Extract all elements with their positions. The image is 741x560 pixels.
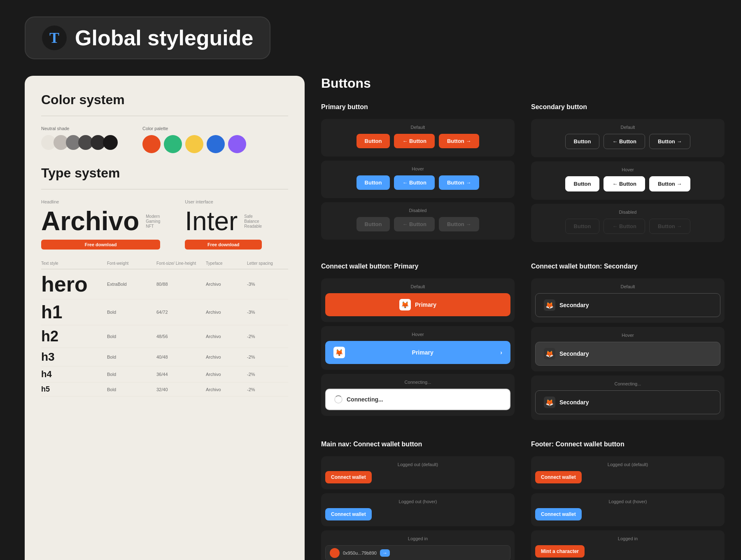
primary-disabled-btn-plain[interactable]: Button xyxy=(357,217,390,231)
primary-default-row: Button ← Button Button → xyxy=(325,134,510,148)
cw-secondary-hover-label-text: Secondary xyxy=(559,350,589,357)
primary-hover-btn-plain[interactable]: Button xyxy=(357,175,390,190)
main-nav-logged-in-label: Logged in xyxy=(325,536,510,541)
primary-disabled-row: Button ← Button Button → xyxy=(325,217,510,231)
primary-disabled-label: Disabled xyxy=(325,208,510,213)
color-system-section: Color system Neutral shade Color palett xyxy=(41,92,288,153)
footer-connect-hover-button[interactable]: Connect wallet xyxy=(535,508,582,520)
primary-hover-btn-arrow-right[interactable]: Button → xyxy=(439,175,479,190)
cw-primary-connecting-button[interactable]: Connecting... xyxy=(325,389,510,410)
h5-weight: Bold xyxy=(107,387,156,392)
archivo-download-button[interactable]: Free download xyxy=(41,240,160,250)
palette-swatch-purple xyxy=(228,135,246,153)
secondary-disabled-label: Disabled xyxy=(535,210,720,215)
neutral-swatch-6 xyxy=(103,135,118,150)
cw-primary-hover-label-text: Primary xyxy=(412,349,433,356)
header: T Global styleguide xyxy=(0,0,741,68)
connecting-spinner xyxy=(334,395,343,404)
cw-secondary-hover-block: Hover 🦊 Secondary xyxy=(531,327,725,371)
primary-btn-plain[interactable]: Button xyxy=(357,134,390,148)
secondary-btn-arrow-left[interactable]: ← Button xyxy=(604,134,645,149)
secondary-disabled-btn-arrow-left[interactable]: ← Button xyxy=(604,219,645,234)
h5-label: h5 xyxy=(41,385,107,394)
main-nav-hover-label: Logged out (hover) xyxy=(325,499,510,504)
secondary-default-label: Default xyxy=(535,125,720,130)
secondary-default-block: Default Button ← Button Button → xyxy=(531,119,725,157)
secondary-disabled-row: Button ← Button Button → xyxy=(535,219,720,234)
h2-label: h2 xyxy=(41,328,107,345)
h2-typeface: Archivo xyxy=(206,334,247,339)
archivo-tag-3: NFT xyxy=(146,224,160,229)
cw-secondary-default-label: Default xyxy=(535,284,720,289)
hero-typeface: Archivo xyxy=(206,282,247,287)
inter-pair: User interface Inter Safe Balance Readab… xyxy=(185,199,262,250)
cw-secondary-default-button[interactable]: 🦊 Secondary xyxy=(535,293,720,317)
secondary-disabled-btn-arrow-right[interactable]: Button → xyxy=(649,219,690,234)
h3-spacing: -2% xyxy=(247,355,288,359)
main-nav-connect-hover-button[interactable]: Connect wallet xyxy=(325,508,372,520)
secondary-btn-arrow-right[interactable]: Button → xyxy=(649,134,690,149)
primary-btn-arrow-left[interactable]: ← Button xyxy=(394,134,434,148)
color-palette-swatches xyxy=(142,135,246,153)
cw-primary-default-block: Default 🦊 Primary xyxy=(321,278,515,322)
h5-typeface: Archivo xyxy=(206,387,247,392)
mint-button[interactable]: Mint a character xyxy=(535,545,585,558)
secondary-disabled-btn-plain[interactable]: Button xyxy=(565,219,600,234)
main-nav-hover-block: Logged out (hover) Connect wallet xyxy=(321,493,515,526)
main-nav-connect-button[interactable]: Connect wallet xyxy=(325,471,372,483)
footer-connect-title: Footer: Connect wallet button xyxy=(531,441,725,448)
hero-spacing: -3% xyxy=(247,282,288,287)
cw-secondary-connecting-button[interactable]: 🦊 Secondary xyxy=(535,390,720,414)
secondary-hover-block: Hover Button ← Button Button → xyxy=(531,161,725,200)
cw-primary-hover-block: Hover 🦊 Primary › xyxy=(321,326,515,370)
wallet-address: 0x950u...79b890 xyxy=(343,551,377,555)
col-typeface: Typeface xyxy=(206,261,247,266)
primary-default-label: Default xyxy=(325,125,510,130)
wallet-icon-secondary-default: 🦊 xyxy=(544,299,555,311)
secondary-hover-btn-arrow-right[interactable]: Button → xyxy=(649,176,690,191)
footer-connect-button[interactable]: Connect wallet xyxy=(535,471,582,483)
primary-disabled-btn-arrow-left[interactable]: ← Button xyxy=(394,217,434,231)
inter-download-button[interactable]: Free download xyxy=(185,240,262,250)
connect-wallet-primary-section: Connect wallet button: Primary Default 🦊… xyxy=(321,263,515,424)
left-panel: Color system Neutral shade Color palett xyxy=(25,76,305,560)
primary-btn-arrow-right[interactable]: Button → xyxy=(439,134,479,148)
main-nav-logged-in-block: Logged in 0x950u...79b890 → xyxy=(321,530,515,560)
type-system-section: Type system Headline Archivo Modern Gami… xyxy=(41,166,288,397)
secondary-hover-row: Button ← Button Button → xyxy=(535,176,720,191)
h1-weight: Bold xyxy=(107,310,156,315)
archivo-pair: Headline Archivo Modern Gaming NFT Free … xyxy=(41,199,160,250)
logged-in-arrow-button[interactable]: → xyxy=(380,549,390,557)
cw-secondary-connecting-label: Connecting... xyxy=(535,381,720,386)
h1-label: h1 xyxy=(41,302,107,322)
primary-hover-btn-arrow-left[interactable]: ← Button xyxy=(394,175,434,190)
type-row-h4: h4 Bold 36/44 Archivo -2% xyxy=(41,366,288,383)
primary-disabled-block: Disabled Button ← Button Button → xyxy=(321,202,515,240)
wallet-icon-hover: 🦊 xyxy=(333,347,345,358)
palette-swatch-yellow xyxy=(185,135,203,153)
secondary-hover-btn-plain[interactable]: Button xyxy=(565,176,600,191)
main-nav-default-label: Logged out (default) xyxy=(325,462,510,467)
primary-disabled-btn-arrow-right[interactable]: Button → xyxy=(439,217,479,231)
archivo-tags: Modern Gaming NFT xyxy=(146,214,160,229)
h2-spacing: -2% xyxy=(247,334,288,339)
cw-primary-connecting-block: Connecting... Connecting... xyxy=(321,374,515,416)
col-text-style: Text style xyxy=(41,261,107,266)
cw-primary-hover-arrow: › xyxy=(500,349,502,356)
right-panel: Buttons Primary button Default Button ← … xyxy=(305,68,741,560)
logged-in-avatar xyxy=(330,548,340,558)
neutral-swatches xyxy=(41,135,118,150)
cw-primary-label: Primary xyxy=(415,301,436,308)
wallet-icon-secondary-connecting: 🦊 xyxy=(544,397,555,408)
type-system-title: Type system xyxy=(41,166,288,181)
color-system-title: Color system xyxy=(41,92,288,107)
cw-primary-hover-button[interactable]: 🦊 Primary › xyxy=(325,341,510,364)
secondary-hover-btn-arrow-left[interactable]: ← Button xyxy=(604,176,645,191)
h3-typeface: Archivo xyxy=(206,355,247,359)
archivo-font-name: Archivo xyxy=(41,206,139,236)
h1-spacing: -3% xyxy=(247,310,288,315)
cw-primary-default-button[interactable]: 🦊 Primary xyxy=(325,293,510,316)
secondary-btn-plain[interactable]: Button xyxy=(565,134,600,149)
logged-in-display: 0x950u...79b890 → xyxy=(325,545,510,560)
cw-secondary-hover-button[interactable]: 🦊 Secondary xyxy=(535,342,720,366)
